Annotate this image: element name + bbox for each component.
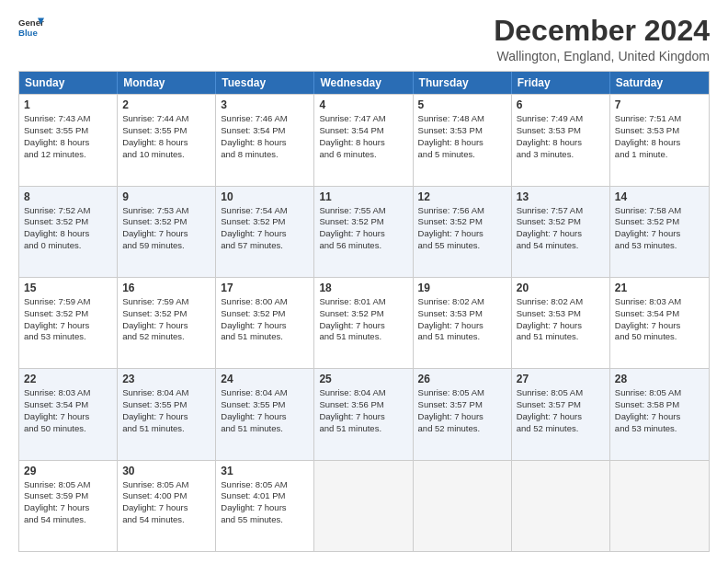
svg-text:Blue: Blue: [18, 28, 38, 38]
cell-3-thu: 19 Sunrise: 8:02 AM Sunset: 3:53 PM Dayl…: [414, 278, 512, 368]
header-friday: Friday: [512, 72, 610, 94]
cell-4-thu: 26 Sunrise: 8:05 AM Sunset: 3:57 PM Dayl…: [414, 369, 512, 459]
cell-3-sat: 21 Sunrise: 8:03 AM Sunset: 3:54 PM Dayl…: [610, 278, 709, 368]
cell-1-tue: 3 Sunrise: 7:46 AM Sunset: 3:54 PM Dayli…: [216, 95, 314, 185]
cell-4-tue: 24 Sunrise: 8:04 AM Sunset: 3:55 PM Dayl…: [216, 369, 314, 459]
cell-1-wed: 4 Sunrise: 7:47 AM Sunset: 3:54 PM Dayli…: [314, 95, 413, 185]
cell-3-wed: 18 Sunrise: 8:01 AM Sunset: 3:52 PM Dayl…: [314, 278, 413, 368]
cell-2-fri: 13 Sunrise: 7:57 AM Sunset: 3:52 PM Dayl…: [512, 187, 610, 277]
cell-5-wed-empty: [314, 461, 413, 551]
cell-2-sat: 14 Sunrise: 7:58 AM Sunset: 3:52 PM Dayl…: [610, 187, 709, 277]
cal-row-3: 15 Sunrise: 7:59 AM Sunset: 3:52 PM Dayl…: [19, 277, 709, 368]
cell-2-tue: 10 Sunrise: 7:54 AM Sunset: 3:52 PM Dayl…: [216, 187, 314, 277]
calendar-header: Sunday Monday Tuesday Wednesday Thursday…: [19, 72, 709, 94]
cell-1-fri: 6 Sunrise: 7:49 AM Sunset: 3:53 PM Dayli…: [512, 95, 610, 185]
cell-1-sat: 7 Sunrise: 7:51 AM Sunset: 3:53 PM Dayli…: [610, 95, 709, 185]
page: General Blue December 2024 Wallington, E…: [0, 0, 728, 563]
cell-5-sat-empty: [610, 461, 709, 551]
cell-2-wed: 11 Sunrise: 7:55 AM Sunset: 3:52 PM Dayl…: [314, 187, 413, 277]
cell-4-wed: 25 Sunrise: 8:04 AM Sunset: 3:56 PM Dayl…: [314, 369, 413, 459]
header-monday: Monday: [118, 72, 216, 94]
subtitle: Wallington, England, United Kingdom: [494, 49, 710, 63]
calendar-body: 1 Sunrise: 7:43 AM Sunset: 3:55 PM Dayli…: [19, 94, 709, 551]
cell-5-sun: 29 Sunrise: 8:05 AM Sunset: 3:59 PM Dayl…: [19, 461, 118, 551]
title-block: December 2024 Wallington, England, Unite…: [494, 15, 710, 63]
cell-5-thu-empty: [414, 461, 512, 551]
cell-3-fri: 20 Sunrise: 8:02 AM Sunset: 3:53 PM Dayl…: [512, 278, 610, 368]
cell-2-mon: 9 Sunrise: 7:53 AM Sunset: 3:52 PM Dayli…: [118, 187, 216, 277]
cell-4-sat: 28 Sunrise: 8:05 AM Sunset: 3:58 PM Dayl…: [610, 369, 709, 459]
cell-2-sun: 8 Sunrise: 7:52 AM Sunset: 3:52 PM Dayli…: [19, 187, 118, 277]
header-thursday: Thursday: [414, 72, 512, 94]
day-num: 1: [24, 98, 112, 111]
cell-3-tue: 17 Sunrise: 8:00 AM Sunset: 3:52 PM Dayl…: [216, 278, 314, 368]
cell-1-sun: 1 Sunrise: 7:43 AM Sunset: 3:55 PM Dayli…: [19, 95, 118, 185]
cal-row-4: 22 Sunrise: 8:03 AM Sunset: 3:54 PM Dayl…: [19, 368, 709, 459]
cell-5-tue: 31 Sunrise: 8:05 AM Sunset: 4:01 PM Dayl…: [216, 461, 314, 551]
header-saturday: Saturday: [610, 72, 709, 94]
logo: General Blue: [18, 15, 44, 40]
cell-4-mon: 23 Sunrise: 8:04 AM Sunset: 3:55 PM Dayl…: [118, 369, 216, 459]
cell-2-thu: 12 Sunrise: 7:56 AM Sunset: 3:52 PM Dayl…: [414, 187, 512, 277]
header: General Blue December 2024 Wallington, E…: [18, 15, 710, 63]
cell-4-sun: 22 Sunrise: 8:03 AM Sunset: 3:54 PM Dayl…: [19, 369, 118, 459]
cell-5-fri-empty: [512, 461, 610, 551]
cell-5-mon: 30 Sunrise: 8:05 AM Sunset: 4:00 PM Dayl…: [118, 461, 216, 551]
cal-row-5: 29 Sunrise: 8:05 AM Sunset: 3:59 PM Dayl…: [19, 460, 709, 551]
cal-row-2: 8 Sunrise: 7:52 AM Sunset: 3:52 PM Dayli…: [19, 186, 709, 277]
calendar: Sunday Monday Tuesday Wednesday Thursday…: [18, 71, 710, 552]
header-sunday: Sunday: [19, 72, 118, 94]
cell-3-sun: 15 Sunrise: 7:59 AM Sunset: 3:52 PM Dayl…: [19, 278, 118, 368]
cell-4-fri: 27 Sunrise: 8:05 AM Sunset: 3:57 PM Dayl…: [512, 369, 610, 459]
cell-1-thu: 5 Sunrise: 7:48 AM Sunset: 3:53 PM Dayli…: [414, 95, 512, 185]
cell-1-mon: 2 Sunrise: 7:44 AM Sunset: 3:55 PM Dayli…: [118, 95, 216, 185]
header-wednesday: Wednesday: [314, 72, 413, 94]
main-title: December 2024: [494, 15, 710, 47]
cal-row-1: 1 Sunrise: 7:43 AM Sunset: 3:55 PM Dayli…: [19, 94, 709, 185]
header-tuesday: Tuesday: [216, 72, 314, 94]
cell-3-mon: 16 Sunrise: 7:59 AM Sunset: 3:52 PM Dayl…: [118, 278, 216, 368]
logo-icon: General Blue: [18, 15, 44, 40]
